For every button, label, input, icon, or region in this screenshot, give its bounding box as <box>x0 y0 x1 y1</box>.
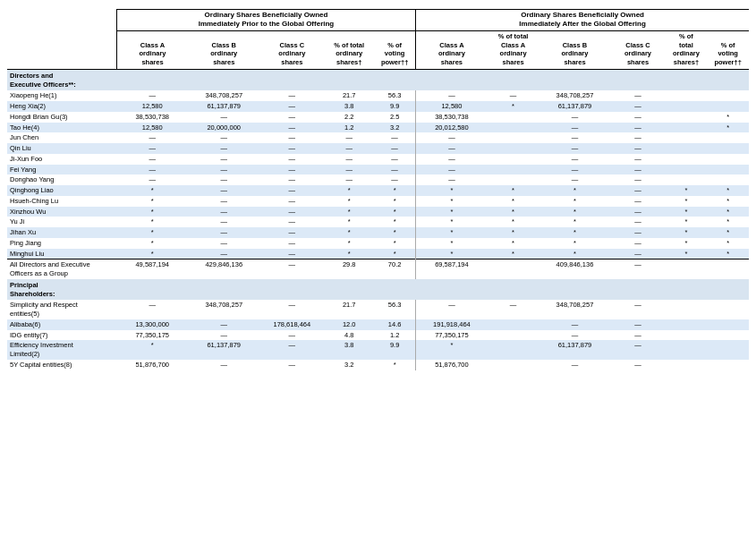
table-cell: * <box>324 196 374 207</box>
table-cell: * <box>416 340 488 360</box>
row-label: Qinghong Liao <box>7 185 116 196</box>
table-cell: 9.9 <box>374 340 416 360</box>
table-cell: * <box>707 207 749 217</box>
table-cell: — <box>116 132 188 143</box>
table-cell: 12,580 <box>116 101 188 112</box>
row-label: Jun Chen <box>7 132 116 143</box>
table-cell <box>666 259 708 279</box>
table-cell <box>666 143 708 154</box>
table-cell <box>707 300 749 319</box>
table-cell: * <box>416 249 488 259</box>
table-cell: * <box>707 123 749 133</box>
table-cell: — <box>259 330 324 341</box>
table-cell: — <box>610 207 665 217</box>
table-cell: — <box>188 112 259 123</box>
table-cell: * <box>539 217 610 227</box>
table-cell <box>666 154 708 165</box>
table-cell: — <box>259 185 324 196</box>
table-cell <box>707 319 749 330</box>
table-cell <box>488 132 539 143</box>
table-cell: — <box>188 227 259 238</box>
table-cell: * <box>416 238 488 249</box>
table-cell <box>488 143 539 154</box>
table-cell <box>707 165 749 175</box>
table-cell: * <box>116 238 188 249</box>
table-cell: * <box>324 238 374 249</box>
table-cell <box>488 123 539 133</box>
table-cell: * <box>374 238 416 249</box>
row-label: Ji-Xun Foo <box>7 154 116 165</box>
table-cell: 348,708,257 <box>188 90 259 101</box>
table-cell: 3.8 <box>324 101 374 112</box>
table-cell: 13,300,000 <box>116 319 188 330</box>
table-cell: — <box>610 90 665 101</box>
table-cell <box>666 360 708 370</box>
table-cell: — <box>188 196 259 207</box>
table-cell: * <box>707 185 749 196</box>
table-cell: — <box>610 112 665 123</box>
table-cell: * <box>666 227 708 238</box>
table-cell: 2.5 <box>374 112 416 123</box>
table-cell: * <box>707 217 749 227</box>
table-cell <box>488 174 539 185</box>
table-cell: * <box>488 227 539 238</box>
table-cell <box>666 340 708 360</box>
table-cell: — <box>188 143 259 154</box>
table-cell: * <box>116 207 188 217</box>
row-label: Donghao Yang <box>7 174 116 185</box>
table-cell: — <box>259 90 324 101</box>
col-class-a-after: Class Aordinaryshares <box>416 30 488 69</box>
row-label: IDG entity(7) <box>7 330 116 341</box>
table-cell: — <box>259 340 324 360</box>
table-cell: * <box>666 185 708 196</box>
table-cell: * <box>324 207 374 217</box>
table-cell: — <box>116 90 188 101</box>
table-cell: * <box>416 217 488 227</box>
table-cell <box>707 101 749 112</box>
table-cell: 2.2 <box>324 112 374 123</box>
table-cell: — <box>539 319 610 330</box>
table-cell: — <box>259 227 324 238</box>
table-cell: 20,000,000 <box>188 123 259 133</box>
table-cell: 1.2 <box>324 123 374 133</box>
table-cell <box>666 330 708 341</box>
table-cell <box>707 340 749 360</box>
table-cell: * <box>539 196 610 207</box>
table-cell: * <box>374 185 416 196</box>
table-cell: 4.8 <box>324 330 374 341</box>
table-cell <box>488 259 539 279</box>
table-cell: * <box>488 207 539 217</box>
table-cell: — <box>259 101 324 112</box>
table-cell <box>666 174 708 185</box>
table-cell: — <box>539 165 610 175</box>
table-cell: 70.2 <box>374 259 416 279</box>
table-cell: — <box>610 174 665 185</box>
table-cell <box>666 300 708 319</box>
table-cell: — <box>188 319 259 330</box>
table-cell: 69,587,194 <box>416 259 488 279</box>
table-cell: 12.0 <box>324 319 374 330</box>
table-cell: — <box>539 154 610 165</box>
col-pct-voting-prior: % ofvotingpower†† <box>374 30 416 69</box>
table-cell: — <box>539 360 610 370</box>
table-cell: — <box>610 238 665 249</box>
prior-group-header: Ordinary Shares Beneficially OwnedImmedi… <box>116 10 415 31</box>
table-cell: — <box>539 123 610 133</box>
table-cell: 429,846,136 <box>188 259 259 279</box>
col-pct-class-a-after: % of totalClass Aordinaryshares <box>488 30 539 69</box>
table-cell: 61,137,879 <box>188 340 259 360</box>
table-cell: 3.2 <box>374 123 416 133</box>
table-cell: — <box>259 154 324 165</box>
table-cell <box>707 132 749 143</box>
table-cell: 20,012,580 <box>416 123 488 133</box>
table-cell: 77,350,175 <box>416 330 488 341</box>
table-cell: * <box>324 227 374 238</box>
table-cell: * <box>707 196 749 207</box>
row-label: Simplicity and Respectentities(5) <box>7 300 116 319</box>
after-group-header: Ordinary Shares Beneficially OwnedImmedi… <box>416 10 749 31</box>
table-cell: 1.2 <box>374 330 416 341</box>
table-cell: 178,618,464 <box>259 319 324 330</box>
table-cell: — <box>116 300 188 319</box>
table-cell <box>666 101 708 112</box>
table-cell: — <box>188 360 259 370</box>
